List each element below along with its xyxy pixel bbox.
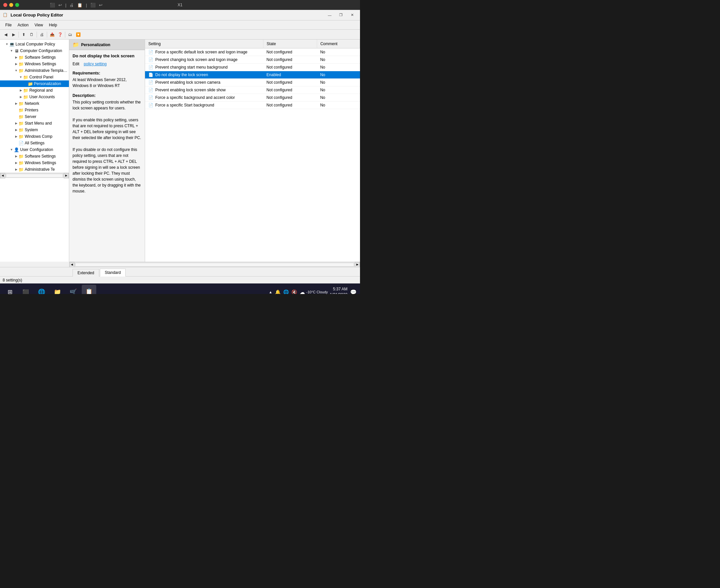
tray-chevron[interactable]: ▲ xyxy=(268,289,273,294)
col-setting[interactable]: Setting xyxy=(145,40,263,48)
tree-item-regional[interactable]: ▶ 📁 Regional and xyxy=(0,87,69,93)
help-button[interactable]: ❓ xyxy=(56,31,64,38)
tab-extended[interactable]: Extended xyxy=(73,269,99,276)
table-row[interactable]: 📄Force a specific background and accent … xyxy=(145,94,360,102)
close-button[interactable] xyxy=(3,3,7,7)
table-row[interactable]: 📄Prevent enabling lock screen cameraNot … xyxy=(145,79,360,86)
notification-center-icon[interactable]: 💬 xyxy=(349,288,357,294)
expander-software-settings[interactable]: ▶ xyxy=(14,55,18,60)
export-button[interactable]: 📤 xyxy=(48,31,56,38)
up-button[interactable]: ⬆ xyxy=(20,31,27,38)
tree-item-start-menu[interactable]: ▶ 📁 Start Menu and xyxy=(0,120,69,127)
store-button[interactable]: 🛒 xyxy=(66,285,80,294)
col-comment[interactable]: Comment xyxy=(317,40,360,48)
expander-user-accounts[interactable]: ▶ xyxy=(18,94,23,99)
menu-action[interactable]: Action xyxy=(15,22,31,28)
close-win-button[interactable]: ✕ xyxy=(347,11,357,19)
table-row[interactable]: 📄Prevent changing start menu backgroundN… xyxy=(145,64,360,71)
row-icon-wrap: 📄Do not display the lock screen xyxy=(148,72,208,77)
toolbar-icon-4[interactable]: 🖨 xyxy=(68,2,75,8)
minimize-win-button[interactable]: — xyxy=(324,11,335,19)
menu-view[interactable]: View xyxy=(32,22,46,28)
edge-button[interactable]: 🌐 xyxy=(34,285,49,294)
expander-admin-templates-user[interactable]: ▶ xyxy=(14,167,18,172)
tree-item-control-panel[interactable]: ▼ 📁 Control Panel xyxy=(0,74,69,80)
tree-scroll-track[interactable] xyxy=(6,174,63,177)
scroll-h-left[interactable]: ◀ xyxy=(69,262,75,267)
tree-item-admin-templates[interactable]: ▼ 📁 Administrative Templates xyxy=(0,67,69,74)
toolbar-icon-8[interactable]: ↩ xyxy=(98,2,104,8)
tree-item-personalization[interactable]: 📁 Personalization xyxy=(0,80,69,87)
expander-local-computer[interactable]: ▼ xyxy=(5,42,9,46)
tree-item-server[interactable]: 📁 Server xyxy=(0,113,69,120)
tree-item-user-accounts[interactable]: ▶ 📁 User Accounts xyxy=(0,93,69,100)
tree-item-admin-templates-user[interactable]: ▶ 📁 Administrative Te xyxy=(0,166,69,173)
table-row[interactable]: 📄Prevent enabling lock screen slide show… xyxy=(145,86,360,94)
tree-item-windows-settings-user[interactable]: ▶ 📁 Windows Settings xyxy=(0,160,69,166)
expander-regional[interactable]: ▶ xyxy=(18,88,23,92)
print-button[interactable]: 🖨 xyxy=(38,31,45,38)
expander-network[interactable]: ▶ xyxy=(14,101,18,106)
table-row[interactable]: 📄Do not display the lock screenEnabledNo xyxy=(145,71,360,79)
toolbar-icon-1[interactable]: ⬛ xyxy=(49,2,56,8)
tab-standard[interactable]: Standard xyxy=(100,269,126,276)
toolbar-icon-3[interactable]: | xyxy=(64,2,67,8)
start-button[interactable]: ⊞ xyxy=(3,285,17,294)
back-button[interactable]: ◀ xyxy=(2,31,9,38)
maximize-button[interactable] xyxy=(15,3,19,7)
tree-item-local-computer-policy[interactable]: ▼ 💻 Local Computer Policy xyxy=(0,41,69,47)
horizontal-scroll-row: ◀ ▶ xyxy=(69,262,360,267)
table-row[interactable]: 📄Force a specific default lock screen an… xyxy=(145,48,360,56)
tree-item-computer-config[interactable]: ▼ 🖥 Computer Configuration xyxy=(0,47,69,54)
tree-item-windows-settings[interactable]: ▶ 📁 Windows Settings xyxy=(0,61,69,67)
scroll-h-track[interactable] xyxy=(75,263,354,267)
tree-item-all-settings[interactable]: 📄 All Settings xyxy=(0,140,69,146)
expander-admin-templates[interactable]: ▼ xyxy=(14,68,18,73)
expander-windows-settings[interactable]: ▶ xyxy=(14,62,18,66)
tray-volume[interactable]: 🔇 xyxy=(291,289,298,294)
scroll-h-right[interactable]: ▶ xyxy=(355,262,360,267)
restore-win-button[interactable]: ❐ xyxy=(335,11,346,19)
task-view-button[interactable]: ⬛ xyxy=(18,285,33,294)
expander-user-config[interactable]: ▼ xyxy=(9,147,14,152)
minimize-button[interactable] xyxy=(9,3,13,7)
toolbar-icon-5[interactable]: 📋 xyxy=(76,2,83,8)
tree-item-software-settings-user[interactable]: ▶ 📁 Software Settings xyxy=(0,153,69,160)
tree-item-system[interactable]: ▶ 📁 System xyxy=(0,127,69,133)
expander-start-menu[interactable]: ▶ xyxy=(14,121,18,126)
tree-item-printers[interactable]: 📁 Printers xyxy=(0,107,69,113)
expander-system[interactable]: ▶ xyxy=(14,128,18,132)
table-row[interactable]: 📄Prevent changing lock screen and logon … xyxy=(145,56,360,64)
view-button[interactable]: 🗂 xyxy=(67,31,74,38)
explorer-button[interactable]: 📁 xyxy=(50,285,65,294)
tree-item-network[interactable]: ▶ 📁 Network xyxy=(0,100,69,107)
toolbar-icon-7[interactable]: ⬛ xyxy=(89,2,97,8)
setting-name: Force a specific background and accent c… xyxy=(155,95,235,100)
tree-item-user-config[interactable]: ▼ 👤 User Configuration xyxy=(0,146,69,153)
filter-button[interactable]: 🔽 xyxy=(75,31,82,38)
expander-windows-comp[interactable]: ▶ xyxy=(14,134,18,139)
show-hide-button[interactable]: 🗒 xyxy=(28,31,35,38)
col-state[interactable]: State xyxy=(263,40,317,48)
taskbar-clock[interactable]: 5:37 AM 1/31/2023 xyxy=(330,287,348,294)
table-row[interactable]: 📄Force a specific Start backgroundNot co… xyxy=(145,102,360,109)
desc-policy-link[interactable]: policy setting xyxy=(80,62,110,69)
tray-network[interactable]: 🌐 xyxy=(283,289,289,294)
forward-button[interactable]: ▶ xyxy=(10,31,17,38)
notepad-button[interactable]: 📋 xyxy=(82,285,96,294)
tray-notification[interactable]: 🔔 xyxy=(274,289,281,294)
expander-software-settings-user[interactable]: ▶ xyxy=(14,154,18,159)
tree-item-software-settings[interactable]: ▶ 📁 Software Settings xyxy=(0,54,69,61)
expander-computer-config[interactable]: ▼ xyxy=(9,48,14,53)
tree-scroll-right[interactable]: ▶ xyxy=(64,173,69,178)
weather-widget[interactable]: ☁ -10°C Cloudy xyxy=(300,289,328,294)
toolbar-icon-2[interactable]: ↩ xyxy=(57,2,63,8)
label-user-config: User Configuration xyxy=(20,147,53,152)
tree-scroll-left[interactable]: ◀ xyxy=(0,173,5,178)
expander-windows-settings-user[interactable]: ▶ xyxy=(14,161,18,165)
tree-item-windows-comp[interactable]: ▶ 📁 Windows Comp xyxy=(0,133,69,140)
menu-file[interactable]: File xyxy=(3,22,14,28)
expander-control-panel[interactable]: ▼ xyxy=(18,75,23,80)
menu-help[interactable]: Help xyxy=(46,22,60,28)
toolbar-icon-6[interactable]: | xyxy=(85,2,88,8)
